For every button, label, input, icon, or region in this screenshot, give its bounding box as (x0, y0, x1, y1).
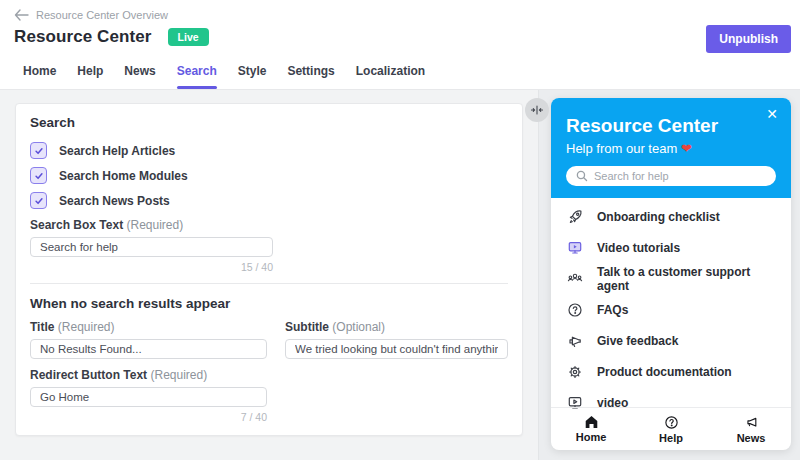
nav-help[interactable]: Help (631, 408, 711, 450)
status-badge: Live (168, 28, 209, 46)
nav-news[interactable]: News (711, 408, 791, 450)
app-header: Resource Center Overview Resource Center… (0, 0, 800, 90)
nav-label: Help (659, 432, 683, 444)
rocket-icon (566, 209, 583, 225)
module-product-documentation[interactable]: Product documentation (566, 356, 776, 387)
subtitle-input[interactable] (285, 339, 508, 359)
module-label: Give feedback (597, 334, 678, 348)
gear-icon (566, 364, 583, 380)
module-label: Product documentation (597, 365, 732, 379)
breadcrumb[interactable]: Resource Center Overview (14, 9, 168, 21)
char-counter: 15 / 40 (30, 261, 273, 273)
people-icon (566, 271, 583, 287)
preview-title: Resource Center (566, 115, 776, 137)
preview-search-input[interactable] (566, 166, 776, 186)
checkbox-search-home-modules[interactable]: Search Home Modules (30, 167, 508, 184)
main-area: ✕ Resource Center Help from our team ❤ (0, 90, 800, 460)
tab-help[interactable]: Help (77, 64, 103, 89)
megaphone-icon (566, 333, 583, 349)
tab-home[interactable]: Home (23, 64, 56, 89)
preview-header: ✕ Resource Center Help from our team ❤ (551, 98, 791, 198)
resize-arrows-icon (530, 103, 544, 117)
no-results-heading: When no search results appear (30, 296, 508, 311)
search-settings-card: Search Search Help Articles Search Home … (15, 103, 523, 436)
title-input[interactable] (30, 339, 267, 359)
video-monitor-icon (566, 240, 583, 256)
module-support-agent[interactable]: Talk to a customer support agent (566, 263, 776, 294)
checkbox-search-news-posts[interactable]: Search News Posts (30, 192, 508, 209)
title-label: Title (Required) (30, 320, 285, 334)
search-icon (575, 169, 589, 183)
news-icon (744, 415, 759, 430)
checkbox-label: Search News Posts (59, 194, 170, 208)
page-title: Resource Center (14, 27, 152, 47)
checkbox-icon[interactable] (30, 192, 47, 209)
panel-resize-handle[interactable] (525, 98, 549, 122)
preview-bottom-nav: Home Help News (551, 407, 791, 450)
breadcrumb-label[interactable]: Resource Center Overview (36, 9, 168, 21)
tab-bar: Home Help News Search Style Settings Loc… (23, 64, 425, 89)
heart-icon: ❤ (681, 141, 692, 156)
module-label: Talk to a customer support agent (597, 265, 776, 293)
tab-style[interactable]: Style (238, 64, 267, 89)
back-arrow-icon[interactable] (14, 9, 29, 21)
checkbox-label: Search Help Articles (59, 144, 175, 158)
redirect-button-text-label: Redirect Button Text (Required) (30, 368, 508, 382)
tab-news[interactable]: News (124, 64, 155, 89)
nav-label: Home (576, 431, 607, 443)
help-icon (664, 415, 679, 430)
preview-panel: ✕ Resource Center Help from our team ❤ (538, 90, 800, 460)
tab-search[interactable]: Search (177, 64, 217, 89)
module-give-feedback[interactable]: Give feedback (566, 325, 776, 356)
module-label: Video tutorials (597, 241, 680, 255)
tab-settings[interactable]: Settings (287, 64, 334, 89)
checkbox-label: Search Home Modules (59, 169, 188, 183)
tab-localization[interactable]: Localization (356, 64, 425, 89)
close-icon[interactable]: ✕ (766, 107, 778, 121)
checkbox-search-help-articles[interactable]: Search Help Articles (30, 142, 508, 159)
unpublish-button[interactable]: Unpublish (706, 25, 791, 53)
nav-label: News (737, 432, 766, 444)
char-counter: 7 / 40 (30, 411, 267, 423)
section-title: Search (30, 115, 508, 130)
search-box-text-label: Search Box Text (Required) (30, 218, 508, 232)
checkbox-icon[interactable] (30, 142, 47, 159)
redirect-button-text-input[interactable] (30, 387, 267, 407)
preview-subtitle: Help from our team ❤ (566, 141, 776, 157)
module-label: FAQs (597, 303, 628, 317)
module-video-tutorials[interactable]: Video tutorials (566, 232, 776, 263)
module-label: Onboarding checklist (597, 210, 720, 224)
module-faqs[interactable]: FAQs (566, 294, 776, 325)
checkbox-icon[interactable] (30, 167, 47, 184)
module-list: Onboarding checklist Video tutorials Tal… (551, 198, 791, 418)
search-box-text-input[interactable] (30, 237, 273, 257)
subtitle-label: Subtitle (Optional) (285, 320, 508, 334)
module-onboarding-checklist[interactable]: Onboarding checklist (566, 201, 776, 232)
home-icon (584, 415, 599, 429)
resource-center-preview: ✕ Resource Center Help from our team ❤ (551, 98, 791, 450)
divider (30, 283, 508, 284)
nav-home[interactable]: Home (551, 408, 631, 450)
question-circle-icon (566, 302, 583, 318)
